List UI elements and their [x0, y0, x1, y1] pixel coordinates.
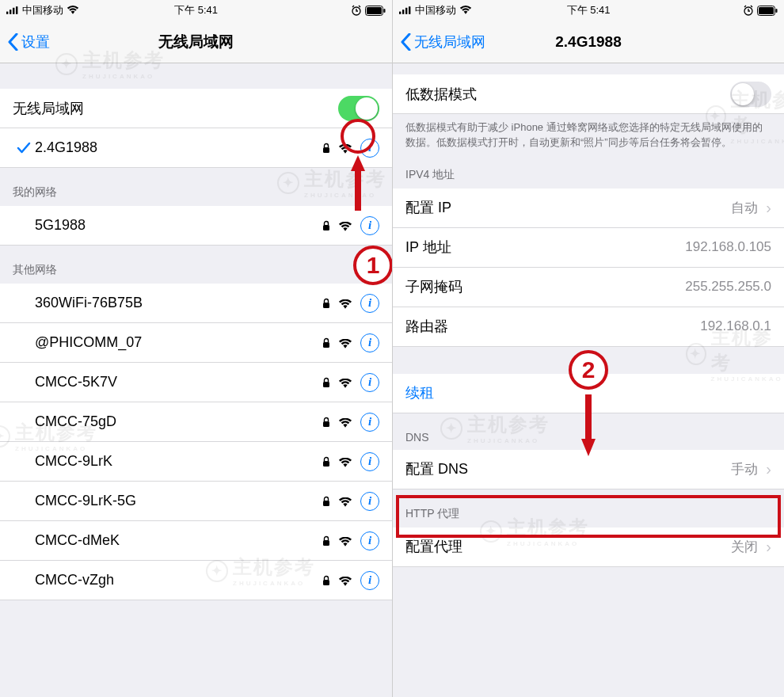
lock-icon — [322, 337, 330, 348]
signal-icon — [399, 6, 412, 15]
info-button[interactable]: i — [360, 571, 379, 590]
router-row: 路由器 192.168.0.1 — [393, 307, 784, 347]
info-button[interactable]: i — [360, 333, 379, 352]
network-row[interactable]: 5G1988 i — [0, 206, 392, 246]
network-row[interactable]: CMCC-9LrK-5Gi — [0, 482, 392, 521]
network-row[interactable]: CMCC-75gDi — [0, 402, 392, 442]
network-ssid: 360WiFi-76B75B — [35, 295, 322, 311]
wifi-icon — [338, 337, 352, 348]
back-button[interactable]: 无线局域网 — [401, 32, 485, 51]
network-row[interactable]: CMCC-5K7Vi — [0, 363, 392, 402]
network-ssid: CMCC-9LrK-5G — [35, 493, 322, 509]
wifi-icon — [338, 143, 352, 154]
svg-rect-7 — [384, 9, 386, 13]
network-row[interactable]: CMCC-vZghi — [0, 561, 392, 600]
router-label: 路由器 — [405, 317, 700, 336]
svg-rect-2 — [13, 8, 14, 14]
wifi-icon — [338, 456, 352, 467]
config-dns-row[interactable]: 配置 DNS 手动 › — [393, 450, 784, 489]
carrier-label: 中国移动 — [415, 3, 456, 17]
svg-rect-13 — [323, 421, 329, 427]
low-data-label: 低数据模式 — [405, 85, 730, 104]
chevron-right-icon: › — [766, 199, 771, 217]
wifi-icon — [338, 220, 352, 231]
screenshot-left: 中国移动 下午 5:41 设置 无线局域网 无线局域网 2.4G1988 i 我… — [0, 0, 392, 697]
chevron-left-icon — [401, 33, 411, 51]
wifi-toggle[interactable] — [338, 96, 379, 121]
wifi-icon — [338, 496, 352, 507]
lock-icon — [322, 456, 330, 467]
page-title: 无线局域网 — [158, 32, 234, 52]
config-ip-row[interactable]: 配置 IP 自动 › — [393, 189, 784, 228]
network-row[interactable]: CMCC-dMeKi — [0, 521, 392, 561]
network-ssid: CMCC-5K7V — [35, 374, 322, 390]
lock-icon — [322, 496, 330, 507]
status-time: 下午 5:41 — [174, 3, 218, 17]
wifi-icon — [338, 535, 352, 547]
network-ssid: CMCC-75gD — [35, 413, 322, 430]
svg-rect-0 — [6, 12, 8, 14]
router-value: 192.168.0.1 — [700, 318, 771, 334]
lock-icon — [322, 377, 330, 388]
back-label: 设置 — [21, 32, 50, 51]
svg-rect-9 — [323, 225, 329, 230]
svg-rect-27 — [776, 9, 778, 13]
back-button[interactable]: 设置 — [8, 32, 50, 51]
renew-label: 续租 — [405, 383, 771, 402]
svg-rect-21 — [402, 10, 404, 14]
svg-rect-3 — [16, 6, 17, 14]
config-ip-label: 配置 IP — [405, 198, 731, 217]
info-button[interactable]: i — [360, 373, 379, 392]
info-button[interactable]: i — [360, 139, 379, 158]
svg-rect-23 — [409, 6, 410, 14]
svg-rect-10 — [323, 303, 329, 308]
config-dns-value: 手动 — [731, 460, 758, 478]
wifi-icon — [338, 575, 352, 586]
nav-bar: 无线局域网 2.4G1988 — [393, 21, 784, 63]
info-button[interactable]: i — [360, 294, 379, 313]
svg-rect-6 — [367, 7, 382, 14]
signal-icon — [6, 6, 19, 15]
wifi-icon — [338, 417, 352, 428]
http-header: HTTP 代理 — [393, 489, 784, 528]
svg-rect-26 — [759, 7, 774, 14]
page-title: 2.4G1988 — [555, 33, 621, 51]
wifi-status-icon — [459, 6, 472, 15]
info-button[interactable]: i — [360, 531, 379, 550]
config-proxy-label: 配置代理 — [405, 537, 731, 556]
svg-rect-11 — [323, 342, 329, 348]
alarm-icon — [743, 5, 754, 16]
chevron-left-icon — [8, 33, 18, 51]
network-ssid: CMCC-9LrK — [35, 453, 322, 470]
nav-bar: 设置 无线局域网 — [0, 21, 392, 63]
battery-icon — [757, 6, 778, 16]
info-button[interactable]: i — [360, 413, 379, 432]
svg-rect-14 — [323, 461, 329, 467]
lock-icon — [322, 417, 330, 428]
config-proxy-row[interactable]: 配置代理 关闭 › — [393, 528, 784, 567]
info-button[interactable]: i — [360, 216, 379, 235]
ip-label: IP 地址 — [405, 238, 685, 257]
info-button[interactable]: i — [360, 492, 379, 511]
network-row[interactable]: 360WiFi-76B75Bi — [0, 284, 392, 323]
svg-rect-22 — [405, 8, 407, 14]
config-ip-value: 自动 — [731, 199, 758, 217]
lock-icon — [322, 535, 330, 547]
wifi-status-icon — [67, 6, 79, 15]
status-bar: 中国移动 下午 5:41 — [393, 0, 784, 21]
low-data-footer: 低数据模式有助于减少 iPhone 通过蜂窝网络或您选择的特定无线局域网使用的数… — [393, 114, 784, 162]
config-dns-label: 配置 DNS — [405, 459, 731, 478]
back-label: 无线局域网 — [414, 32, 485, 51]
renew-lease-row[interactable]: 续租 — [393, 374, 784, 413]
connected-network-row[interactable]: 2.4G1988 i — [0, 128, 392, 168]
chevron-right-icon: › — [766, 538, 771, 556]
wifi-icon — [338, 298, 352, 309]
subnet-label: 子网掩码 — [405, 277, 685, 296]
info-button[interactable]: i — [360, 452, 379, 471]
svg-rect-12 — [323, 382, 329, 387]
wifi-icon — [338, 377, 352, 388]
network-row[interactable]: CMCC-9LrKi — [0, 442, 392, 482]
svg-rect-1 — [10, 10, 11, 14]
network-row[interactable]: @PHICOMM_07i — [0, 323, 392, 363]
low-data-toggle[interactable] — [730, 82, 771, 107]
